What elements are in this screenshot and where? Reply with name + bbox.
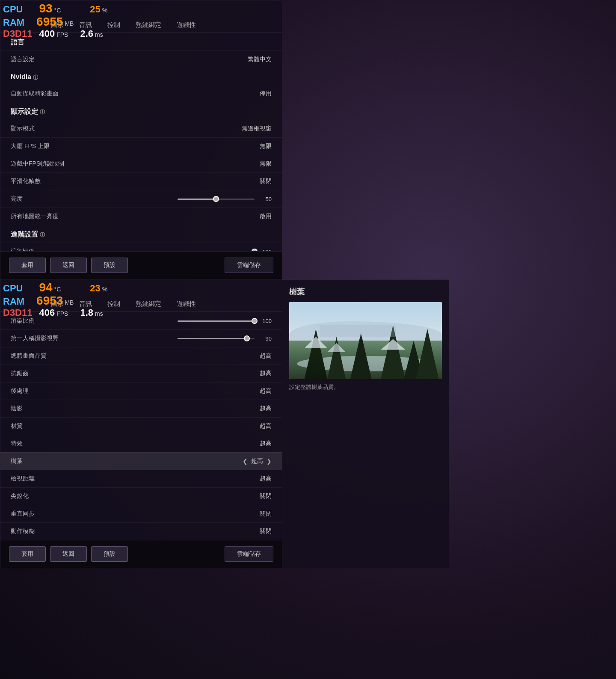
tab-graphics-2[interactable]: 圖形 (43, 297, 71, 311)
back-button-2[interactable]: 返回 (50, 546, 87, 562)
value-vsync: 關閉 (260, 510, 272, 518)
label-effects: 特效 (11, 440, 23, 448)
settings-content-2: 渲染比例 100 第一人稱攝影視野 (0, 312, 282, 540)
label-overall-quality: 總體畫面品質 (11, 352, 47, 360)
row-vsync[interactable]: 垂直同步 關閉 (0, 505, 282, 522)
value-nvidia-capture: 停用 (260, 90, 272, 98)
value-unified-brightness: 啟用 (260, 213, 272, 220)
row-smooth-frames[interactable]: 平滑化幀數 關閉 (0, 172, 282, 190)
label-nvidia-capture: 自動擷取精彩畫面 (11, 90, 59, 98)
foliage-arrows[interactable]: ❮ 超高 ❯ (243, 457, 272, 465)
row-sharpening[interactable]: 尖銳化 關閉 (0, 487, 282, 505)
row-unified-brightness[interactable]: 所有地圖統一亮度 啟用 (0, 208, 282, 225)
row-game-fps[interactable]: 遊戲中FPS幀數限制 無限 (0, 155, 282, 172)
apply-button-2[interactable]: 套用 (9, 546, 46, 562)
value-language: 繁體中文 (248, 56, 272, 63)
hud-cpu-label-2: CPU (3, 283, 23, 294)
value-view-distance: 超高 (260, 475, 272, 483)
preview-image (289, 302, 442, 379)
value-overall-quality: 超高 (260, 352, 272, 360)
hud-pct-unit-2: % (102, 286, 107, 293)
render-scale-slider-2[interactable]: 100 (178, 318, 272, 324)
row-display-mode[interactable]: 顯示模式 無邊框視窗 (0, 120, 282, 137)
row-post-processing[interactable]: 後處理 超高 (0, 382, 282, 400)
row-language-setting[interactable]: 語言設定 繁體中文 (0, 50, 282, 68)
label-antialiasing: 抗鋸齒 (11, 370, 29, 377)
tab-hotkey-1[interactable]: 熱鍵綁定 (128, 18, 169, 33)
label-display-mode: 顯示模式 (11, 125, 35, 133)
value-display-mode: 無邊框視窗 (242, 125, 272, 133)
render-scale-slider-1[interactable]: 100 (178, 249, 272, 252)
label-view-distance: 檢視距離 (11, 475, 35, 483)
bottom-bar-1: 套用 返回 預設 雲端儲存 (0, 251, 282, 279)
row-nvidia-capture[interactable]: 自動擷取精彩畫面 停用 (0, 85, 282, 102)
preview-panel: 樹葉 (282, 279, 449, 568)
row-overall-quality[interactable]: 總體畫面品質 超高 (0, 347, 282, 365)
value-game-fps: 無限 (260, 160, 272, 168)
settings-content-1: 語言 語言設定 繁體中文 Nvidia ⓘ 自動擷取精彩畫面 停用 顯示設定 ⓘ… (0, 33, 282, 251)
row-foliage[interactable]: 樹葉 ❮ 超高 ❯ (0, 452, 282, 470)
label-sharpening: 尖銳化 (11, 492, 29, 500)
fov-value: 90 (259, 335, 272, 342)
row-view-distance[interactable]: 檢視距離 超高 (0, 470, 282, 487)
section-nvidia: Nvidia ⓘ (0, 68, 282, 85)
value-sharpening: 關閉 (260, 492, 272, 500)
row-fov[interactable]: 第一人稱攝影視野 90 (0, 329, 282, 347)
preview-title: 樹葉 (289, 287, 442, 297)
label-post-processing: 後處理 (11, 387, 29, 395)
apply-button-1[interactable]: 套用 (9, 258, 46, 273)
value-shadows: 超高 (260, 405, 272, 412)
tab-graphics-1[interactable]: 圖形 (43, 18, 71, 33)
hud-temp-1: 93 (39, 2, 52, 15)
tab-hotkey-2[interactable]: 熱鍵綁定 (128, 297, 169, 311)
back-button-1[interactable]: 返回 (50, 258, 87, 273)
label-brightness: 亮度 (11, 195, 23, 203)
foliage-arrow-right[interactable]: ❯ (267, 458, 272, 465)
row-render-scale-2[interactable]: 渲染比例 100 (0, 312, 282, 329)
label-lobby-fps: 大廳 FPS 上限 (11, 142, 50, 150)
label-vsync: 垂直同步 (11, 510, 35, 518)
label-smooth-frames: 平滑化幀數 (11, 178, 41, 185)
tab-gameplay-2[interactable]: 遊戲性 (169, 297, 204, 311)
row-effects[interactable]: 特效 超高 (0, 435, 282, 452)
render-scale-val-2: 100 (259, 318, 272, 324)
label-render-scale-1: 渲染比例 (11, 248, 35, 251)
label-fov: 第一人稱攝影視野 (11, 335, 59, 342)
tab-control-1[interactable]: 控制 (100, 18, 128, 33)
tab-control-2[interactable]: 控制 (100, 297, 128, 311)
row-textures[interactable]: 材質 超高 (0, 417, 282, 435)
default-button-2[interactable]: 預設 (91, 546, 128, 562)
section-display: 顯示設定 ⓘ (0, 102, 282, 120)
row-motion-blur[interactable]: 動作模糊 關閉 (0, 522, 282, 540)
hud-temp-2: 94 (39, 281, 52, 294)
value-smooth-frames: 關閉 (260, 178, 272, 185)
brightness-slider[interactable]: 50 (178, 196, 272, 202)
hud-temp-unit-2: °C (54, 286, 61, 293)
bottom-bar-2: 套用 返回 預設 雲端儲存 (0, 540, 282, 568)
cloud-save-button-2[interactable]: 雲端儲存 (225, 546, 273, 562)
value-lobby-fps: 無限 (260, 142, 272, 150)
hud-pct-2: 23 (90, 283, 100, 294)
fov-slider[interactable]: 90 (178, 335, 272, 342)
tab-audio-2[interactable]: 音訊 (71, 297, 100, 311)
label-unified-brightness: 所有地圖統一亮度 (11, 213, 59, 220)
row-render-scale-1[interactable]: 渲染比例 100 (0, 243, 282, 251)
row-antialiasing[interactable]: 抗鋸齒 超高 (0, 365, 282, 382)
value-post-processing: 超高 (260, 387, 272, 395)
foliage-arrow-left[interactable]: ❮ (243, 458, 248, 465)
tabs-bar-1: 圖形 音訊 控制 熱鍵綁定 遊戲性 (0, 18, 282, 33)
row-lobby-fps[interactable]: 大廳 FPS 上限 無限 (0, 137, 282, 155)
value-foliage: 超高 (251, 457, 263, 465)
row-shadows[interactable]: 陰影 超高 (0, 400, 282, 417)
label-game-fps: 遊戲中FPS幀數限制 (11, 160, 64, 168)
label-foliage: 樹葉 (11, 457, 23, 465)
render-scale-value-1: 100 (259, 249, 272, 252)
cloud-save-button-1[interactable]: 雲端儲存 (225, 258, 273, 273)
tab-audio-1[interactable]: 音訊 (71, 18, 100, 33)
section-advanced: 進階設置 ⓘ (0, 225, 282, 243)
label-textures: 材質 (11, 422, 23, 430)
row-brightness[interactable]: 亮度 50 (0, 190, 282, 208)
value-motion-blur: 關閉 (260, 528, 272, 535)
default-button-1[interactable]: 預設 (91, 258, 128, 273)
tab-gameplay-1[interactable]: 遊戲性 (169, 18, 204, 33)
